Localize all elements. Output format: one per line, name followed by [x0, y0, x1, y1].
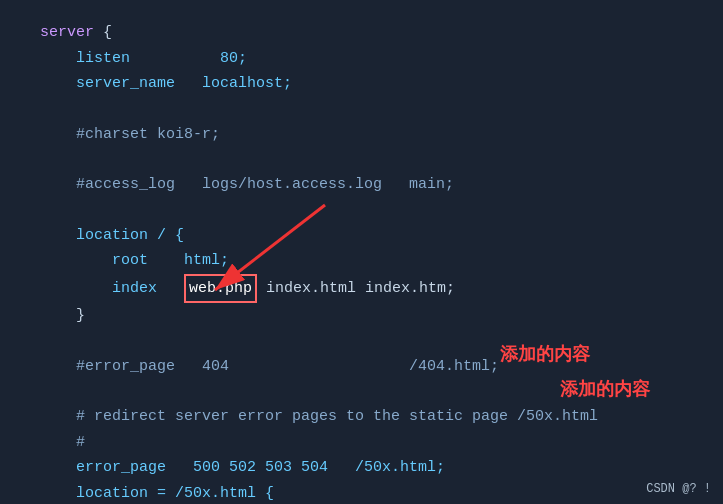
annotation-text: 添加的内容 [560, 374, 650, 405]
line-root: root html; [40, 248, 683, 274]
line-charset: #charset koi8-r; [40, 122, 683, 148]
comment-error-page-404: #error_page 404 /404.html; [40, 354, 499, 380]
keyword-server: server [40, 20, 94, 46]
line-listen: listen 80; [40, 46, 683, 72]
line-server-name: server_name localhost; [40, 71, 683, 97]
directive-server-name: server_name localhost; [40, 71, 292, 97]
directive-listen: listen 80; [40, 46, 247, 72]
code-block: server { listen 80; server_name localhos… [0, 0, 723, 504]
line-redirect-comment: # redirect server error pages to the sta… [40, 404, 683, 430]
comment-charset: #charset koi8-r; [40, 122, 220, 148]
line-blank-1 [40, 97, 683, 122]
directive-location: location / { [40, 223, 184, 249]
directive-error-page-500: error_page 500 502 503 504 /50x.html; [40, 455, 445, 481]
value-index-files: index.html index.htm; [257, 276, 455, 302]
line-blank-2 [40, 147, 683, 172]
line-index: index web.php index.html index.htm; [40, 274, 683, 304]
line-blank-3 [40, 198, 683, 223]
directive-index: index [40, 276, 184, 302]
directive-location-50x: location = /50x.html { [40, 481, 274, 505]
line-server-open: server { [40, 20, 683, 46]
bracket-open: { [94, 20, 112, 46]
bracket-close-location: } [40, 303, 85, 329]
comment-hash: # [40, 430, 85, 456]
highlight-web-php: web.php [184, 274, 257, 304]
line-location-close: } [40, 303, 683, 329]
comment-redirect: # redirect server error pages to the sta… [40, 404, 598, 430]
line-location-50x: location = /50x.html { [40, 481, 683, 505]
comment-access-log: #access_log logs/host.access.log main; [40, 172, 454, 198]
line-access-log: #access_log logs/host.access.log main; [40, 172, 683, 198]
line-error-page-500: error_page 500 502 503 504 /50x.html; [40, 455, 683, 481]
directive-root: root html; [40, 248, 229, 274]
footer-text: CSDN @? ! [646, 482, 711, 496]
line-blank-4 [40, 329, 683, 354]
line-redirect-comment2: # [40, 430, 683, 456]
line-location-open: location / { [40, 223, 683, 249]
